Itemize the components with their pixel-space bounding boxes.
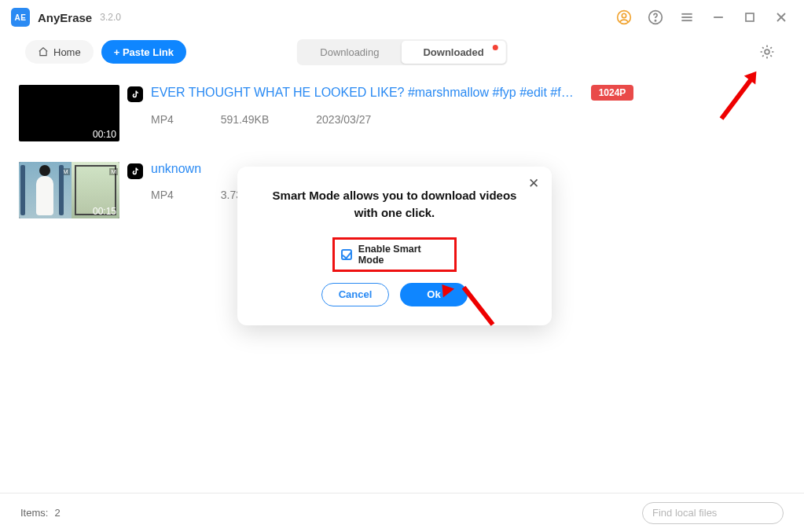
menu-icon[interactable] xyxy=(675,6,699,29)
svg-point-3 xyxy=(655,20,655,21)
title-bar: AE AnyErase 3.2.0 xyxy=(0,0,804,35)
notification-dot-icon xyxy=(493,45,498,50)
smart-mode-dialog: ✕ Smart Mode allows you to download vide… xyxy=(237,167,552,325)
close-icon[interactable] xyxy=(769,6,793,29)
dialog-close-button[interactable]: ✕ xyxy=(525,174,542,192)
tiktok-icon xyxy=(127,86,143,102)
ok-button[interactable]: Ok xyxy=(400,283,468,306)
dialog-message-line1: Smart Mode allows you to download videos xyxy=(273,189,517,202)
minimize-icon[interactable] xyxy=(707,6,730,29)
toolbar: Home + Paste Link Downloading Downloaded xyxy=(0,35,804,69)
svg-point-11 xyxy=(765,50,769,54)
svg-point-1 xyxy=(622,13,626,17)
maximize-icon[interactable] xyxy=(738,6,762,29)
video-date: 2023/03/27 xyxy=(316,113,371,126)
dialog-message: Smart Mode allows you to download videos… xyxy=(259,187,530,222)
quality-badge: 1024P xyxy=(591,85,634,101)
video-duration: 00:15 xyxy=(93,206,116,217)
search-input[interactable] xyxy=(651,506,786,519)
help-icon[interactable] xyxy=(644,6,667,29)
items-label: Items: xyxy=(20,507,48,519)
tab-switch: Downloading Downloaded xyxy=(296,39,507,65)
video-size: 591.49KB xyxy=(221,113,270,126)
cancel-button[interactable]: Cancel xyxy=(321,283,389,306)
search-local-files[interactable] xyxy=(642,502,784,524)
account-icon[interactable] xyxy=(612,6,636,29)
status-bar: Items: 2 xyxy=(0,493,804,532)
enable-smart-mode-checkbox[interactable] xyxy=(341,249,352,260)
tab-downloaded[interactable]: Downloaded xyxy=(401,41,505,64)
paste-link-label: + Paste Link xyxy=(114,46,174,58)
video-title[interactable]: unknown xyxy=(151,162,201,176)
home-icon xyxy=(38,46,49,57)
home-button-label: Home xyxy=(53,46,81,58)
ok-button-label: Ok xyxy=(427,288,440,300)
video-thumbnail[interactable]: 00:10 xyxy=(19,85,119,141)
dialog-message-line2: with one click. xyxy=(354,206,435,219)
svg-rect-8 xyxy=(746,13,754,21)
app-version: 3.2.0 xyxy=(100,12,121,23)
home-button[interactable]: Home xyxy=(25,40,94,64)
settings-button[interactable] xyxy=(755,40,779,64)
items-count: 2 xyxy=(54,507,60,519)
list-item: 00:10 EVER THOUGHT WHAT HE LOOKED LIKE? … xyxy=(19,79,785,156)
tiktok-icon xyxy=(127,163,143,179)
video-format: MP4 xyxy=(151,113,174,126)
video-title[interactable]: EVER THOUGHT WHAT HE LOOKED LIKE? #marsh… xyxy=(151,86,574,100)
cancel-button-label: Cancel xyxy=(339,288,373,300)
tab-downloaded-label: Downloaded xyxy=(423,46,483,58)
gear-icon xyxy=(758,43,776,61)
video-format: MP4 xyxy=(151,189,174,201)
app-logo: AE xyxy=(11,8,30,27)
video-thumbnail[interactable]: M M 00:15 xyxy=(19,162,119,218)
tab-downloading[interactable]: Downloading xyxy=(298,41,401,64)
enable-smart-mode-label: Enable Smart Mode xyxy=(358,244,448,266)
enable-smart-mode-row: Enable Smart Mode xyxy=(332,237,457,272)
tab-downloading-label: Downloading xyxy=(320,46,379,58)
app-name: AnyErase xyxy=(38,11,92,24)
paste-link-button[interactable]: + Paste Link xyxy=(101,40,186,64)
video-duration: 00:10 xyxy=(93,129,116,140)
